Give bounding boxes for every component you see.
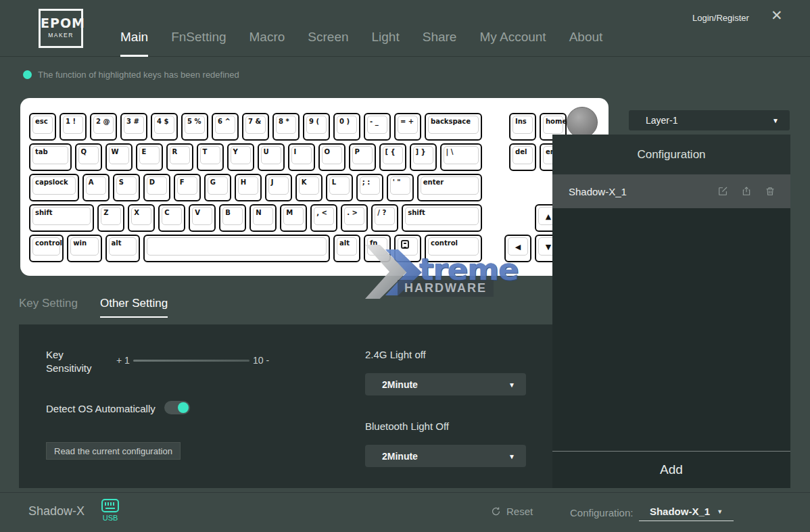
key-.>[interactable]: . > (341, 204, 368, 232)
key-7&[interactable]: 7 & (242, 113, 269, 141)
key-E[interactable]: E (136, 143, 163, 171)
key-]}[interactable]: ] } (410, 143, 437, 171)
reset-button[interactable]: Reset (491, 506, 533, 517)
key-0)[interactable]: 0 ) (333, 113, 360, 141)
footer-configuration-dropdown[interactable]: Shadow-X_1 (639, 502, 734, 521)
key-S[interactable]: S (113, 174, 140, 201)
tab-main[interactable]: Main (120, 30, 148, 57)
key-H[interactable]: H (235, 174, 262, 201)
key-2@[interactable]: 2 @ (90, 113, 117, 141)
key-F[interactable]: F (174, 174, 201, 201)
chevron-down-icon (772, 117, 779, 124)
key-alt[interactable]: alt (105, 235, 140, 262)
key-8*[interactable]: 8 * (272, 113, 300, 141)
key-O[interactable]: O (318, 143, 346, 171)
usb-connection-indicator[interactable]: USB (100, 499, 120, 522)
key-1![interactable]: 1 ! (59, 113, 87, 141)
24g-light-off-dropdown[interactable]: 2Minute (365, 373, 526, 395)
tab-share[interactable]: Share (423, 30, 457, 57)
tab-key-setting[interactable]: Key Setting (19, 297, 78, 318)
add-configuration-button[interactable]: Add (552, 451, 790, 488)
key-space[interactable] (143, 235, 330, 262)
key-X[interactable]: X (128, 204, 155, 232)
tab-macro[interactable]: Macro (249, 30, 285, 57)
key-,<[interactable]: , < (310, 204, 337, 232)
key-R[interactable]: R (166, 143, 193, 171)
read-configuration-button[interactable]: Read the current configuration (46, 442, 181, 460)
key-shift[interactable]: shift (29, 204, 94, 232)
key-G[interactable]: G (204, 174, 231, 201)
delete-icon[interactable] (765, 186, 776, 197)
key-esc[interactable]: esc (29, 113, 56, 141)
key-D[interactable]: D (143, 174, 170, 201)
key-L[interactable]: L (326, 174, 353, 201)
key-B[interactable]: B (219, 204, 246, 232)
key-'"[interactable]: ' " (387, 174, 414, 201)
key-T[interactable]: T (197, 143, 224, 171)
key-Q[interactable]: Q (75, 143, 102, 171)
key-K[interactable]: K (295, 174, 323, 201)
key-|\[interactable]: | \ (440, 143, 483, 171)
key-3#[interactable]: 3 # (120, 113, 147, 141)
key-4$[interactable]: 4 $ (151, 113, 178, 141)
epomaker-app: EPOM MAKER Main FnSetting Macro Screen L… (0, 0, 810, 532)
key-tab[interactable]: tab (29, 143, 72, 171)
key-capslock[interactable]: capslock (29, 174, 79, 201)
key-[{[interactable]: [ { (379, 143, 406, 171)
key-arrow-◀[interactable]: ◀ (504, 235, 531, 262)
edit-icon[interactable] (717, 186, 728, 197)
export-icon[interactable] (741, 186, 752, 197)
tab-fnsetting[interactable]: FnSetting (171, 30, 226, 57)
key-sensitivity-slider[interactable] (133, 360, 249, 362)
key-fn[interactable]: fn (364, 235, 391, 262)
key-win[interactable]: win (67, 235, 101, 262)
key-control[interactable]: control (425, 235, 482, 262)
key-;:[interactable]: ; : (356, 174, 383, 201)
close-icon[interactable]: ✕ (771, 8, 783, 22)
rotary-knob[interactable] (567, 107, 598, 138)
key-alt[interactable]: alt (333, 235, 360, 262)
key-Z[interactable]: Z (97, 204, 124, 232)
tab-other-setting[interactable]: Other Setting (100, 297, 168, 318)
key-A[interactable]: A (82, 174, 110, 201)
key-enter[interactable]: enter (417, 174, 482, 201)
key--_[interactable]: - _ (364, 113, 391, 141)
key-P[interactable]: P (349, 143, 376, 171)
bluetooth-light-off-dropdown[interactable]: 2Minute (365, 445, 526, 467)
key-=+[interactable]: = + (394, 113, 421, 141)
key-Y[interactable]: Y (227, 143, 254, 171)
key-/?[interactable]: / ? (371, 204, 398, 232)
device-name: Shadow-X (28, 504, 85, 518)
key-V[interactable]: V (189, 204, 216, 232)
key-W[interactable]: W (105, 143, 133, 171)
tab-my-account[interactable]: My Account (479, 30, 546, 57)
key-M[interactable]: M (280, 204, 307, 232)
key-backspace[interactable]: backspace (425, 113, 482, 141)
login-register-link[interactable]: Login/Register (692, 13, 749, 23)
layer-dropdown[interactable]: Layer-1 (629, 110, 790, 130)
configuration-item[interactable]: Shadow-X_1 (552, 174, 790, 208)
key-9([interactable]: 9 ( (303, 113, 330, 141)
key-5%[interactable]: 5 % (181, 113, 208, 141)
tab-light[interactable]: Light (372, 30, 400, 57)
configuration-item-actions (717, 186, 790, 197)
key-C[interactable]: C (158, 204, 185, 232)
logo-text-top: EPOM (41, 16, 81, 30)
chevron-down-icon (508, 381, 515, 388)
key-U[interactable]: U (258, 143, 285, 171)
key-shift[interactable]: shift (402, 204, 482, 232)
main-nav: Main FnSetting Macro Screen Light Share … (120, 0, 602, 57)
key-del[interactable]: del (509, 143, 536, 171)
detect-os-toggle[interactable] (164, 401, 190, 414)
key-Ins[interactable]: Ins (509, 113, 536, 141)
key-6^[interactable]: 6 ^ (212, 113, 239, 141)
key-space[interactable] (394, 235, 421, 262)
tab-about[interactable]: About (569, 30, 603, 57)
key-J[interactable]: J (265, 174, 292, 201)
key-N[interactable]: N (249, 204, 277, 232)
tab-screen[interactable]: Screen (308, 30, 348, 57)
footer-configuration-value: Shadow-X_1 (650, 506, 710, 517)
keyboard: esc1 !2 @3 #4 $5 %6 ^7 &8 *9 (0 )- _= +b… (20, 98, 609, 276)
key-I[interactable]: I (288, 143, 315, 171)
key-control[interactable]: control (29, 235, 64, 262)
